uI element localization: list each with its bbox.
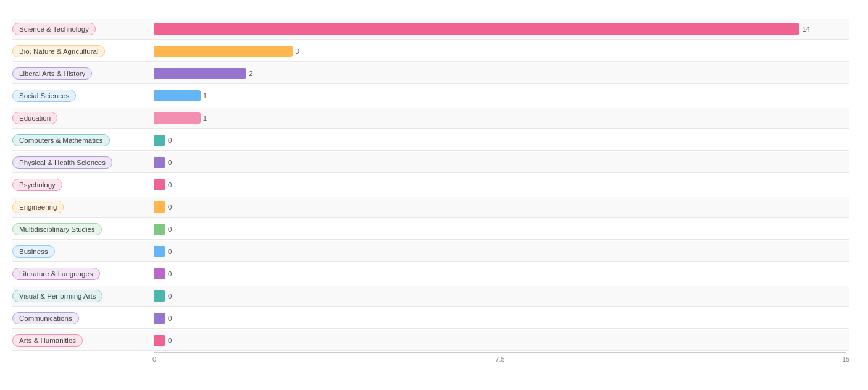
bar-label: Liberal Arts & History (12, 67, 154, 80)
bar-container: 3 (154, 45, 849, 57)
bar-value-label: 0 (168, 248, 172, 255)
bar-fill: 0 (154, 268, 165, 279)
x-axis-tick: 0 (152, 355, 156, 363)
bar-label: Bio, Nature & Agricultural (12, 45, 154, 57)
label-pill-text: Visual & Performing Arts (12, 290, 102, 302)
bar-fill: 0 (154, 246, 165, 257)
bar-label: Education (12, 112, 154, 124)
bar-row: Arts & Humanities0 (12, 330, 849, 351)
label-pill-text: Social Sciences (12, 90, 76, 102)
bar-fill: 14 (154, 23, 799, 35)
bar-fill: 3 (154, 46, 293, 57)
bar-row: Engineering0 (12, 197, 849, 218)
x-axis: 07.515 (154, 352, 846, 365)
bar-row: Business0 (12, 241, 849, 262)
bar-label: Computers & Mathematics (12, 134, 154, 146)
label-pill-text: Arts & Humanities (12, 334, 83, 347)
bar-container: 0 (154, 179, 849, 191)
label-pill-text: Multidisciplinary Studies (12, 223, 102, 235)
bar-fill: 0 (154, 290, 165, 302)
bar-row: Literature & Languages0 (12, 263, 849, 284)
bar-container: 0 (154, 334, 849, 347)
label-pill-text: Bio, Nature & Agricultural (12, 45, 105, 57)
bar-row: Liberal Arts & History2 (12, 63, 849, 84)
bar-row: Physical & Health Sciences0 (12, 152, 849, 173)
bar-container: 0 (154, 201, 849, 213)
x-axis-tick: 15 (842, 355, 849, 363)
bar-value-label: 0 (168, 226, 172, 233)
bar-fill: 0 (154, 335, 165, 346)
bar-fill: 0 (154, 135, 165, 146)
bar-fill: 0 (154, 313, 165, 324)
label-pill-text: Science & Technology (12, 23, 96, 35)
bar-label: Business (12, 245, 154, 258)
label-pill-text: Engineering (12, 201, 64, 213)
x-axis-tick: 7.5 (495, 355, 504, 363)
bar-container: 0 (154, 245, 849, 258)
bar-value-label: 0 (168, 159, 172, 166)
bar-row: Visual & Performing Arts0 (12, 286, 849, 307)
bar-value-label: 1 (203, 114, 207, 122)
bar-fill: 0 (154, 201, 165, 213)
bar-row: Social Sciences1 (12, 85, 849, 106)
label-pill-text: Communications (12, 312, 79, 324)
bar-label: Engineering (12, 201, 154, 213)
label-pill-text: Literature & Languages (12, 268, 100, 280)
bar-label: Arts & Humanities (12, 334, 154, 347)
bar-row: Education1 (12, 108, 849, 129)
bar-label: Multidisciplinary Studies (12, 223, 154, 235)
bar-container: 1 (154, 90, 849, 102)
label-pill-text: Business (12, 245, 55, 258)
chart-area: Science & Technology14Bio, Nature & Agri… (12, 19, 849, 351)
bar-container: 2 (154, 67, 849, 80)
bar-label: Communications (12, 312, 154, 324)
bar-fill: 1 (154, 112, 201, 124)
label-pill-text: Liberal Arts & History (12, 67, 92, 80)
bar-fill: 1 (154, 90, 201, 101)
bar-fill: 0 (154, 179, 165, 190)
bar-fill: 2 (154, 68, 246, 79)
bar-container: 0 (154, 223, 849, 235)
bar-row: Bio, Nature & Agricultural3 (12, 41, 849, 62)
bar-value-label: 0 (168, 337, 172, 344)
bar-row: Computers & Mathematics0 (12, 130, 849, 151)
bar-container: 14 (154, 23, 849, 35)
bar-row: Multidisciplinary Studies0 (12, 219, 849, 240)
bar-container: 0 (154, 156, 849, 169)
label-pill-text: Education (12, 112, 57, 124)
bar-container: 0 (154, 290, 849, 302)
bar-label: Science & Technology (12, 23, 154, 35)
bar-fill: 0 (154, 224, 165, 235)
bar-fill: 0 (154, 157, 165, 168)
bar-row: Communications0 (12, 308, 849, 329)
bar-label: Literature & Languages (12, 268, 154, 280)
bar-value-label: 14 (802, 25, 810, 33)
bar-label: Psychology (12, 179, 154, 191)
bar-label: Visual & Performing Arts (12, 290, 154, 302)
bar-container: 0 (154, 312, 849, 324)
bar-value-label: 0 (168, 315, 172, 322)
bar-value-label: 0 (168, 292, 172, 300)
bar-container: 0 (154, 134, 849, 146)
label-pill-text: Physical & Health Sciences (12, 156, 112, 169)
bar-value-label: 1 (203, 92, 207, 100)
bar-value-label: 0 (168, 137, 172, 144)
bar-value-label: 0 (168, 270, 172, 278)
bar-row: Psychology0 (12, 174, 849, 195)
bar-container: 0 (154, 268, 849, 280)
bar-value-label: 2 (249, 70, 252, 77)
label-pill-text: Computers & Mathematics (12, 134, 110, 146)
bar-value-label: 0 (168, 181, 172, 189)
bar-value-label: 3 (295, 48, 299, 55)
bar-label: Physical & Health Sciences (12, 156, 154, 169)
bar-row: Science & Technology14 (12, 19, 849, 40)
bar-container: 1 (154, 112, 849, 124)
bar-value-label: 0 (168, 203, 172, 211)
label-pill-text: Psychology (12, 179, 62, 191)
bar-label: Social Sciences (12, 90, 154, 102)
